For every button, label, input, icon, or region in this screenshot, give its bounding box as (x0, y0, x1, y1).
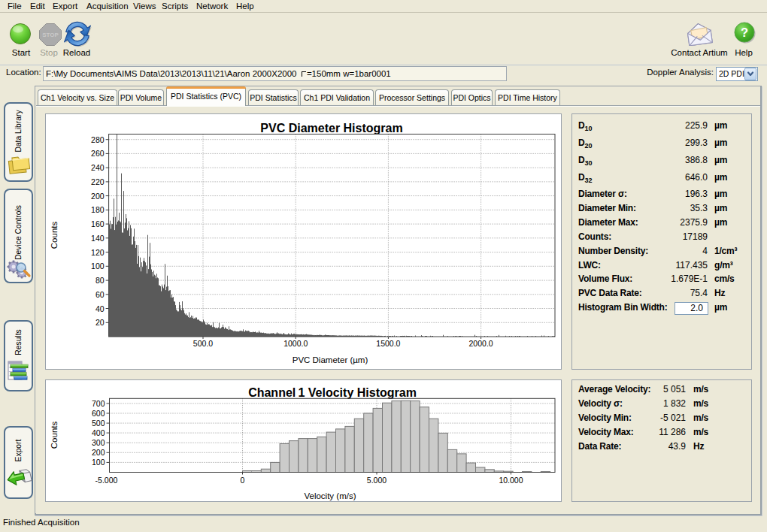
svg-text:2000.0: 2000.0 (469, 339, 493, 348)
svg-text:20: 20 (95, 318, 105, 327)
svg-text:?: ? (741, 26, 748, 39)
svg-text:1000.0: 1000.0 (283, 339, 308, 348)
svg-text:1500.0: 1500.0 (376, 339, 400, 348)
svg-text:-5.000: -5.000 (95, 476, 118, 485)
svg-text:STOP: STOP (42, 32, 59, 38)
svg-text:5.000: 5.000 (367, 476, 387, 485)
svg-text:0: 0 (241, 476, 245, 485)
svg-text:Velocity (m/s): Velocity (m/s) (304, 491, 356, 500)
svg-text:PVC Diameter (µm): PVC Diameter (µm) (293, 355, 368, 364)
svg-text:100: 100 (92, 458, 105, 467)
svg-text:500.0: 500.0 (193, 339, 213, 348)
svg-text:10.000: 10.000 (499, 476, 523, 485)
